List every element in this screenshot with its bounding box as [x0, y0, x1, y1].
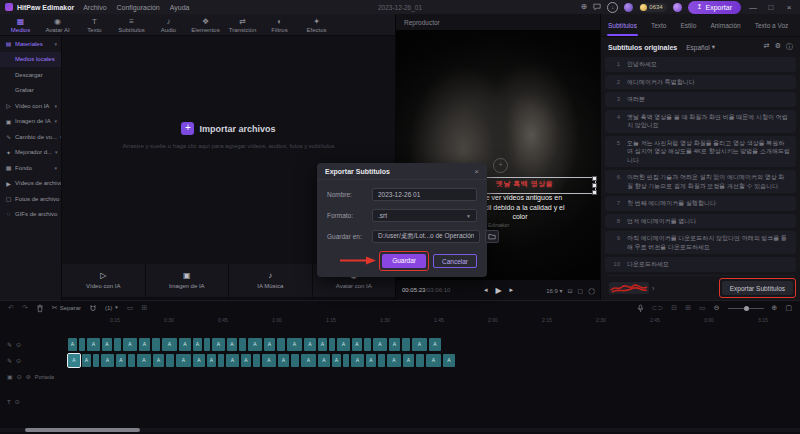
subtitle-clip[interactable]: A	[137, 354, 151, 367]
translate-icon[interactable]: ⇄	[764, 42, 770, 52]
subtitle-clip[interactable]: A	[262, 354, 276, 367]
vip-badge-icon[interactable]	[673, 3, 682, 12]
sidebar-item-imagen-de-ia[interactable]: ▣Imagen de IA▾	[0, 114, 61, 130]
subtitle-clip[interactable]	[416, 354, 424, 367]
subtitle-clip[interactable]: A	[116, 354, 126, 367]
eye-icon[interactable]: ⊙	[15, 398, 20, 405]
sidebar-item-fondo[interactable]: ▦Fondo▾	[0, 160, 61, 176]
subtitle-clip[interactable]: A	[304, 338, 316, 351]
subtitle-clip[interactable]: A	[318, 338, 327, 351]
prev-frame-icon[interactable]: ◂	[484, 286, 488, 294]
subtitle-clip[interactable]: A	[352, 338, 362, 351]
close-button[interactable]: ×	[783, 3, 795, 12]
sidebar-item-cambio-de-vo[interactable]: ∿Cambio de vo...▾	[0, 129, 61, 145]
subtitle-row[interactable]: 10다운로드하세요	[605, 257, 796, 272]
text-track-icon[interactable]: T	[7, 399, 11, 405]
compact-view-icon[interactable]: ▭	[699, 303, 706, 313]
format-select[interactable]: .srt▼	[372, 209, 477, 222]
timeline-zoom-slider[interactable]	[728, 308, 764, 309]
subtitle-clip[interactable]: A	[193, 354, 205, 367]
subtitle-clip[interactable]: A	[68, 354, 80, 367]
subtitle-clip[interactable]: A	[153, 354, 164, 367]
edit-icon[interactable]: ✎	[7, 341, 12, 348]
next-frame-icon[interactable]: ▸	[510, 286, 514, 294]
subtitle-row[interactable]: 5오늘 저는 사진처럼 영상 화질을 올리고 영상 색상을 복원하며 심지어 영…	[605, 136, 796, 168]
subtitle-clip[interactable]: A	[176, 354, 191, 367]
subtitle-clip[interactable]: A	[139, 338, 150, 351]
subtitle-clip[interactable]: A	[193, 338, 202, 351]
ribbon-tab-efectos[interactable]: ✦Efectos	[298, 17, 335, 33]
export-project-button[interactable]: ↥ Exportar	[688, 1, 741, 14]
language-globe-icon[interactable]: ⊕	[581, 3, 588, 11]
ribbon-tab-audio[interactable]: ♪Audio	[150, 17, 187, 33]
subtitle-clip[interactable]: A	[264, 338, 275, 351]
snapshot-icon[interactable]: ⊡	[568, 287, 573, 294]
subtitle-row[interactable]: 8먼저 에디메이커를 엽니다	[605, 214, 796, 229]
cancel-button[interactable]: Cancelar	[433, 254, 477, 268]
subtitle-clip[interactable]: A	[332, 354, 341, 367]
tab-texto[interactable]: Texto	[644, 14, 674, 36]
minimize-button[interactable]: —	[747, 3, 759, 12]
subtitle-clip[interactable]: A	[389, 338, 400, 351]
sidebar-item-materiales[interactable]: ▤Materiales▾	[0, 36, 61, 52]
subtitle-clip[interactable]	[364, 338, 371, 351]
export-subtitles-button[interactable]: Exportar Subtítulos	[722, 281, 793, 295]
user-avatar[interactable]	[624, 3, 633, 12]
info-icon[interactable]: ⓘ	[786, 42, 793, 52]
subtitle-clip[interactable]	[204, 338, 210, 351]
delete-icon[interactable]	[36, 304, 44, 313]
gear-icon[interactable]: ⚙	[775, 42, 781, 52]
subtitle-clip[interactable]: A	[443, 354, 455, 367]
subtitle-clip[interactable]: A	[366, 354, 376, 367]
eye-icon[interactable]: ⊙	[17, 373, 22, 380]
subtitle-clip[interactable]: A	[373, 338, 387, 351]
subtitle-clip[interactable]: A	[227, 338, 237, 351]
subtitle-row[interactable]: 6이러한 편집 기술과 어려운 설치 없이 에디메이커의 영상 화질 향상 기능…	[605, 170, 796, 193]
ribbon-tab-texto[interactable]: TTexto	[76, 17, 113, 33]
dialog-close-icon[interactable]: ×	[474, 167, 479, 176]
subtitle-row[interactable]: 3여러분	[605, 92, 796, 107]
subtitle-clip[interactable]	[152, 338, 160, 351]
subtitle-clip[interactable]	[291, 354, 299, 367]
subtitle-row[interactable]: 2에디메이커가 특별합니다	[605, 75, 796, 90]
play-icon[interactable]: ▶	[495, 286, 501, 295]
language-select[interactable]: Español ▾	[686, 43, 715, 51]
subtitle-clip[interactable]	[218, 354, 224, 367]
coins-badge[interactable]: 0634	[639, 3, 666, 12]
marker-dropdown[interactable]: (1) ▼	[105, 303, 119, 313]
subtitle-clip[interactable]: A	[403, 354, 414, 367]
tab-texto-a-voz[interactable]: Texto a Voz	[748, 14, 796, 36]
mask-icon[interactable]: ⊞	[141, 303, 147, 313]
auto-translate-button[interactable]	[609, 282, 649, 294]
subtitle-clip[interactable]: A	[162, 338, 177, 351]
subtitle-clip[interactable]	[378, 354, 385, 367]
track-view-icon[interactable]: ⊞	[685, 303, 691, 313]
crop-icon[interactable]: ▭	[127, 303, 134, 313]
subtitle-clip[interactable]: A	[101, 354, 114, 367]
subtitle-clip[interactable]	[128, 354, 135, 367]
sidebar-item-fotos-de-archivo[interactable]: ▢Fotos de archivo	[0, 191, 61, 207]
subtitle-clip[interactable]: A	[351, 354, 364, 367]
sidebar-item-medios-locales[interactable]: Medios locales	[0, 52, 61, 68]
ribbon-tab-elementos[interactable]: ❖Elementos	[187, 17, 224, 33]
subtitle-clip[interactable]: A	[287, 338, 302, 351]
sidebar-item-descargar[interactable]: Descargar	[0, 67, 61, 83]
save-path-input[interactable]: D:/user/桌面/Lot...o de Operación	[372, 230, 480, 243]
restore-button[interactable]: □	[765, 3, 777, 12]
ai-card-imagen-de-ia[interactable]: ▣Imagen de IA	[146, 264, 229, 297]
subtitle-clip[interactable]	[402, 338, 410, 351]
ribbon-tab-medios[interactable]: ▦Medios	[2, 17, 39, 33]
download-icon[interactable]: ↓	[607, 2, 618, 13]
zoom-out-icon[interactable]: ⊖	[714, 303, 720, 313]
subtitle-clip[interactable]: A	[68, 338, 77, 351]
tab-estilo[interactable]: Estilo	[673, 14, 703, 36]
aspect-ratio-select[interactable]: 16:9 ▾	[546, 287, 562, 294]
name-input[interactable]: 2023-12-26 01	[372, 188, 477, 201]
browse-folder-button[interactable]	[485, 230, 499, 243]
eye-icon[interactable]: ⊙	[16, 341, 21, 348]
subtitle-clip[interactable]: A	[426, 354, 441, 367]
import-dropzone[interactable]: + Importar archivos Arrastre y suelte o …	[109, 122, 349, 151]
ai-card-ia-m-sica[interactable]: ♪IA Música	[229, 264, 312, 297]
sidebar-item-mejorador-d[interactable]: ✦Mejorador d...▾	[0, 145, 61, 161]
subtitle-clip[interactable]: A	[248, 338, 262, 351]
